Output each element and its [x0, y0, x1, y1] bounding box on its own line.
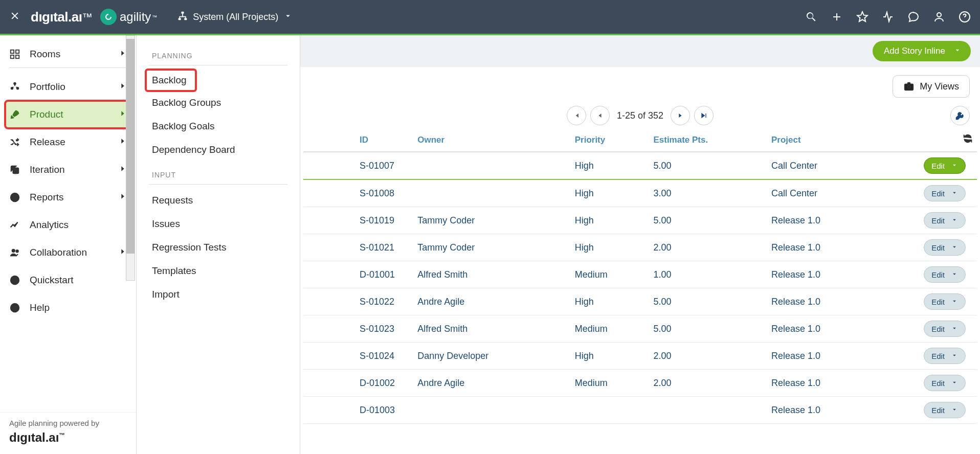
sidebar-item-collaboration[interactable]: Collaboration	[0, 239, 136, 266]
user-icon[interactable]	[933, 11, 945, 23]
cell-project[interactable]: Release 1.0	[767, 397, 885, 424]
add-story-button[interactable]: Add Story Inline	[873, 41, 971, 61]
chevron-down-icon	[951, 352, 958, 360]
edit-button[interactable]: Edit	[924, 239, 966, 256]
sidebar-item-quickstart[interactable]: Quickstart	[0, 266, 136, 294]
cell-id[interactable]: D-01001	[303, 261, 413, 288]
table-row[interactable]: S-01022Andre AgileHigh5.00Release 1.0Edi…	[303, 288, 977, 315]
help-icon[interactable]	[959, 11, 971, 23]
pager-last-button[interactable]	[694, 106, 714, 125]
plus-icon[interactable]	[831, 11, 843, 23]
secondary-item-backlog-groups[interactable]: Backlog Groups	[146, 91, 291, 115]
table-row[interactable]: D-01001Alfred SmithMedium1.00Release 1.0…	[303, 261, 977, 288]
cell-id[interactable]: S-01008	[303, 179, 413, 207]
cell-owner[interactable]: Andre Agile	[413, 288, 570, 315]
col-project[interactable]: Project	[767, 128, 885, 152]
cell-owner[interactable]	[413, 179, 570, 207]
cell-project[interactable]: Release 1.0	[767, 234, 885, 261]
cell-project[interactable]: Release 1.0	[767, 207, 885, 234]
edit-button[interactable]: Edit	[924, 375, 966, 391]
edit-button[interactable]: Edit	[924, 212, 966, 229]
cell-id[interactable]: S-01022	[303, 288, 413, 315]
edit-label: Edit	[931, 162, 945, 170]
col-refresh[interactable]	[885, 128, 977, 152]
pager-first-button[interactable]	[567, 106, 586, 125]
clock-icon	[9, 275, 30, 286]
table-row[interactable]: S-01019Tammy CoderHigh5.00Release 1.0Edi…	[303, 207, 977, 234]
table-row[interactable]: S-01024Danny DeveloperHigh2.00Release 1.…	[303, 343, 977, 370]
divider	[149, 65, 287, 65]
edit-button[interactable]: Edit	[924, 157, 966, 174]
cell-id[interactable]: S-01007	[303, 152, 413, 179]
col-estimate[interactable]: Estimate Pts.	[649, 128, 767, 152]
cell-project[interactable]: Call Center	[767, 179, 885, 207]
sidebar-item-product[interactable]: Product	[5, 101, 131, 128]
col-owner[interactable]: Owner	[413, 128, 570, 152]
edit-button[interactable]: Edit	[924, 266, 966, 283]
cell-owner[interactable]: Tammy Coder	[413, 207, 570, 234]
table-row[interactable]: D-01002Andre AgileMedium2.00Release 1.0E…	[303, 370, 977, 397]
cell-project[interactable]: Release 1.0	[767, 343, 885, 370]
cell-project[interactable]: Call Center	[767, 152, 885, 179]
edit-button[interactable]: Edit	[924, 402, 966, 418]
settings-button[interactable]	[950, 106, 970, 125]
cell-owner[interactable]: Tammy Coder	[413, 234, 570, 261]
table-row[interactable]: S-01023Alfred SmithMedium5.00Release 1.0…	[303, 315, 977, 343]
secondary-item-backlog[interactable]: Backlog	[146, 70, 196, 91]
table-row[interactable]: D-01003Release 1.0Edit	[303, 397, 977, 424]
cell-project[interactable]: Release 1.0	[767, 370, 885, 397]
cell-owner[interactable]: Alfred Smith	[413, 261, 570, 288]
sidebar-item-analytics[interactable]: Analytics	[0, 211, 136, 239]
cell-id[interactable]: S-01023	[303, 315, 413, 343]
cell-id[interactable]: S-01021	[303, 234, 413, 261]
star-icon[interactable]	[856, 11, 868, 23]
sidebar-item-release[interactable]: Release	[0, 128, 136, 156]
secondary-item-import[interactable]: Import	[146, 283, 291, 306]
secondary-item-backlog-goals[interactable]: Backlog Goals	[146, 115, 291, 138]
col-id[interactable]: ID	[303, 128, 413, 152]
portfolio-icon	[9, 81, 30, 93]
edit-button[interactable]: Edit	[924, 293, 966, 310]
search-icon[interactable]	[805, 11, 817, 23]
sidebar-item-reports[interactable]: Reports	[0, 184, 136, 211]
sidebar-item-rooms[interactable]: Rooms	[9, 40, 127, 68]
edit-button[interactable]: Edit	[924, 348, 966, 364]
pager-prev-button[interactable]	[590, 106, 610, 125]
close-icon[interactable]	[9, 9, 20, 25]
cell-owner[interactable]	[413, 152, 570, 179]
cell-id[interactable]: D-01002	[303, 370, 413, 397]
chat-icon[interactable]	[907, 11, 920, 23]
col-priority[interactable]: Priority	[571, 128, 650, 152]
edit-button[interactable]: Edit	[924, 321, 966, 337]
scrollbar[interactable]	[126, 35, 135, 281]
pager-next-button[interactable]	[671, 106, 690, 125]
cell-project[interactable]: Release 1.0	[767, 261, 885, 288]
activity-icon[interactable]	[882, 11, 894, 23]
cell-owner[interactable]: Danny Developer	[413, 343, 570, 370]
secondary-item-requests[interactable]: Requests	[146, 189, 291, 212]
table-row[interactable]: S-01021Tammy CoderHigh2.00Release 1.0Edi…	[303, 234, 977, 261]
cell-project[interactable]: Release 1.0	[767, 288, 885, 315]
sidebar-item-iteration[interactable]: Iteration	[0, 156, 136, 184]
cell-priority: High	[571, 152, 650, 179]
secondary-item-issues[interactable]: Issues	[146, 212, 291, 236]
cell-owner[interactable]: Alfred Smith	[413, 315, 570, 343]
table-row[interactable]: S-01008High3.00Call CenterEdit	[303, 179, 977, 207]
project-selector[interactable]: System (All Projects)	[177, 11, 293, 23]
cell-owner[interactable]: Andre Agile	[413, 370, 570, 397]
secondary-item-dependency-board[interactable]: Dependency Board	[146, 138, 291, 162]
table-row[interactable]: S-01007High5.00Call CenterEdit	[303, 152, 977, 179]
cell-id[interactable]: S-01024	[303, 343, 413, 370]
sidebar-item-help[interactable]: Help	[0, 294, 136, 322]
sidebar-item-portfolio[interactable]: Portfolio	[0, 73, 136, 101]
cell-project[interactable]: Release 1.0	[767, 315, 885, 343]
my-views-button[interactable]: My Views	[893, 75, 970, 98]
cell-priority	[571, 397, 650, 424]
cell-owner[interactable]	[413, 397, 570, 424]
edit-button[interactable]: Edit	[924, 185, 966, 201]
cell-estimate: 3.00	[649, 179, 767, 207]
cell-id[interactable]: S-01019	[303, 207, 413, 234]
secondary-item-templates[interactable]: Templates	[146, 259, 291, 283]
cell-id[interactable]: D-01003	[303, 397, 413, 424]
secondary-item-regression-tests[interactable]: Regression Tests	[146, 236, 291, 259]
